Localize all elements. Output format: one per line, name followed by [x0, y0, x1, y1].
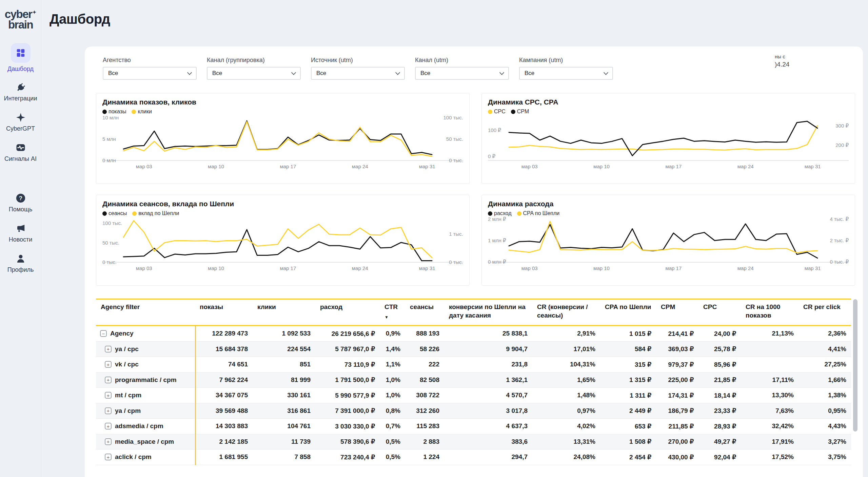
legend-item-yellow[interactable]: CPA по Шепли — [517, 210, 560, 216]
y-axis-label-right: 0 тыс. ₽ — [830, 259, 849, 265]
expand-icon[interactable]: + — [105, 346, 112, 352]
cell-ctr: 0,9% — [380, 330, 405, 337]
sidebar-item-dashboard[interactable]: Дашборд — [7, 43, 34, 73]
sidebar-item-profile[interactable]: Профиль — [7, 253, 34, 273]
column-header-label: показы — [200, 303, 223, 310]
column-header-8[interactable]: CPA по Шепли — [600, 303, 656, 321]
collapse-icon[interactable]: − — [100, 330, 107, 337]
y-axis-label-left: 0 тыс. — [102, 259, 117, 265]
table-row-aclick-cpm[interactable]: +aclick / cpm1 681 9557 858723 240,4 ₽0,… — [96, 450, 851, 465]
cell-cpm: 369,03 ₽ — [656, 345, 698, 353]
sidebar-item-cybergpt[interactable]: CyberGPT — [6, 112, 35, 132]
legend-item-black[interactable]: сеансы — [102, 210, 127, 216]
column-header-10[interactable]: CPC — [698, 303, 741, 321]
expand-icon[interactable]: + — [105, 377, 112, 383]
filter-select-source-utm[interactable]: Все — [311, 67, 405, 80]
expand-icon[interactable]: + — [105, 438, 112, 445]
table-row-ya-cpm[interactable]: +ya / cpm39 569 488316 8617 391 000,0 ₽0… — [96, 403, 851, 419]
table-row-mt-cpm[interactable]: +mt / cpm34 367 075330 1615 990 577,9 ₽1… — [96, 388, 851, 403]
table-scrollbar-thumb[interactable] — [853, 299, 857, 432]
cell-cpm: 430,00 ₽ — [656, 453, 698, 461]
table-row-programmatic-cpm[interactable]: +programmatic / cpm7 962 22481 9991 791 … — [96, 373, 851, 388]
legend-item-yellow[interactable]: клики — [132, 109, 152, 115]
date-note-line1: ны с — [775, 53, 789, 60]
legend-item-yellow[interactable]: вклад по Шепли — [132, 210, 179, 216]
row-label: aclick / cpm — [115, 453, 152, 461]
y-axis-label-right: 50 тыс. — [446, 136, 463, 142]
filter-select-agency[interactable]: Все — [103, 67, 197, 80]
column-header-label: сеансы — [410, 303, 434, 310]
expand-icon[interactable]: + — [105, 392, 112, 399]
cell-cr-конверсии-сеансы-: 0,97% — [532, 407, 600, 415]
legend-item-yellow[interactable]: CPC — [488, 109, 506, 115]
sort-desc-icon[interactable]: ▼ — [384, 315, 400, 320]
row-label: mt / cpm — [115, 392, 141, 399]
column-header-4[interactable]: CTR▼ — [380, 303, 405, 321]
expand-icon[interactable]: + — [105, 454, 112, 460]
table-row-media-space-cpm[interactable]: +media_space / cpm2 142 18511 739578 390… — [96, 434, 851, 450]
cell-cr-на-1000-показов: 13,30% — [741, 392, 798, 399]
chart-plot-area: 2 млн ₽1 млн ₽0 млн ₽4 тыс. ₽2 тыс. ₽0 т… — [488, 218, 849, 263]
chart-title: Динамика CPC, CPA — [488, 98, 849, 106]
filter-select-campaign-utm[interactable]: Все — [519, 67, 613, 80]
filter-label: Кампания (utm) — [519, 57, 613, 64]
cell-сеансы: 115 283 — [405, 422, 444, 430]
chart-title: Динамика расхода — [488, 200, 849, 208]
cell-показы: 34 367 075 — [195, 392, 253, 399]
column-header-6[interactable]: конверсии по Шепли на дату касания — [444, 303, 532, 321]
cell-сеансы: 58 226 — [405, 345, 444, 353]
chevron-down-icon — [187, 70, 192, 75]
column-header-3[interactable]: расход — [315, 303, 380, 321]
column-header-2[interactable]: клики — [253, 303, 315, 321]
filters-bar: АгентствоВсеКанал (группировка)ВсеИсточн… — [103, 57, 863, 80]
series-line-black — [509, 224, 817, 258]
sidebar-item-label: Интеграции — [4, 95, 37, 102]
sidebar-item-news[interactable]: Новости — [9, 223, 33, 243]
sidebar-item-signals-ai[interactable]: Сигналы AI — [4, 142, 37, 163]
table-row-adsmedia-cpm[interactable]: +adsmedia / cpm14 303 883104 7613 030 33… — [96, 419, 851, 434]
cell-расход: 73 110,9 ₽ — [315, 361, 380, 368]
column-header-9[interactable]: CPM — [656, 303, 698, 321]
chevron-down-icon — [395, 70, 400, 75]
filter-select-channel-utm[interactable]: Все — [415, 67, 509, 80]
y-axis-label-left: 100 ₽ — [488, 127, 501, 133]
column-header-0[interactable]: Agency filter — [96, 303, 195, 321]
legend-item-black[interactable]: расход — [488, 210, 512, 216]
cell-ctr: 0,5% — [380, 438, 405, 445]
y-axis-label-left: 0 млн ₽ — [488, 259, 506, 265]
cell-показы: 74 651 — [195, 361, 253, 368]
legend-item-black[interactable]: CPM — [511, 109, 529, 115]
cell-показы: 7 962 224 — [195, 376, 253, 384]
x-axis-label: мар 03 — [521, 164, 538, 169]
row-label: adsmedia / cpm — [115, 422, 163, 430]
column-header-1[interactable]: показы — [195, 303, 253, 321]
table-row-agency[interactable]: −Agency122 289 4731 092 53326 219 656,6 … — [96, 326, 851, 342]
table-row-vk-cpc[interactable]: +vk / cpc74 65185173 110,9 ₽1,1%222231,8… — [96, 357, 851, 373]
sidebar-item-integrations[interactable]: Интеграции — [4, 83, 37, 102]
cell-cpm: 211,85 ₽ — [656, 422, 698, 430]
chevron-down-icon — [291, 70, 296, 75]
row-name-cell: +adsmedia / cpm — [96, 422, 195, 430]
table-row-ya-cpc[interactable]: +ya / cpc15 684 378224 5545 787 967,0 ₽1… — [96, 342, 851, 357]
y-axis-label-left: 5 млн — [102, 136, 116, 142]
date-note-line2: )4.24 — [775, 60, 789, 69]
column-header-11[interactable]: CR на 1000 показов — [741, 303, 798, 321]
expand-icon[interactable]: + — [105, 423, 112, 430]
chart-card-impressions-clicks: Динамика показов, кликовпоказыклики10 мл… — [96, 93, 470, 184]
cell-конверсии-по-шепли-на-дату-касания: 4 570,7 — [444, 392, 532, 399]
cell-cpm: 186,79 ₽ — [656, 407, 698, 415]
cell-клики: 81 999 — [253, 376, 315, 384]
filter-label: Канал (группировка) — [207, 57, 301, 64]
cell-cr-per-click: 4,43% — [798, 422, 851, 430]
legend-item-black[interactable]: показы — [102, 109, 126, 115]
sidebar-item-help[interactable]: ?Помощь — [9, 193, 33, 213]
expand-icon[interactable]: + — [105, 407, 112, 414]
column-header-5[interactable]: сеансы — [405, 303, 444, 321]
expand-icon[interactable]: + — [105, 361, 112, 368]
plug-icon — [16, 83, 25, 92]
cell-cr-конверсии-сеансы-: 24,08% — [532, 453, 600, 461]
column-header-7[interactable]: CR (конверсии / сеансы) — [532, 303, 600, 321]
x-axis-label: мар 31 — [805, 164, 821, 169]
filter-select-channel-group[interactable]: Все — [207, 67, 301, 80]
column-header-12[interactable]: CR per click — [798, 303, 851, 321]
